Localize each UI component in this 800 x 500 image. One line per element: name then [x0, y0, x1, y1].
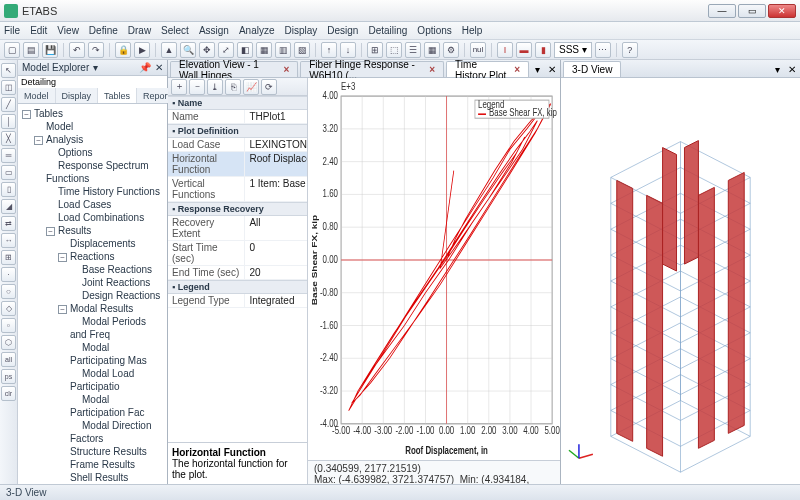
- draw-brace-icon[interactable]: ╳: [1, 131, 16, 146]
- doc-tab-elevation[interactable]: Elevation View - 1 Wall Hinges×: [170, 61, 298, 77]
- up-icon[interactable]: ↑: [321, 42, 337, 58]
- ibeam-icon[interactable]: I: [497, 42, 513, 58]
- tree-item[interactable]: Load Combinations: [58, 212, 144, 223]
- tree-item[interactable]: Modal Direction Factors: [70, 420, 151, 444]
- table-icon[interactable]: ▦: [424, 42, 440, 58]
- menu-options[interactable]: Options: [417, 25, 451, 36]
- doc-tab-fiber[interactable]: Fiber Hinge Response - W6H10 (...×: [300, 61, 444, 77]
- right-chevron-icon[interactable]: ▾: [771, 62, 784, 77]
- property-row[interactable]: NameTHPlot1: [168, 110, 307, 124]
- property-row[interactable]: Legend TypeIntegrated: [168, 294, 307, 308]
- right-close-icon[interactable]: ✕: [784, 62, 800, 77]
- copy-icon[interactable]: ⎘: [225, 79, 241, 95]
- extents-icon[interactable]: ⤢: [218, 42, 234, 58]
- tree-item[interactable]: Results: [58, 225, 91, 236]
- snap1-icon[interactable]: ·: [1, 267, 16, 282]
- menu-edit[interactable]: Edit: [30, 25, 47, 36]
- snap3-icon[interactable]: ◇: [1, 301, 16, 316]
- tree-item[interactable]: Reactions: [70, 251, 114, 262]
- menu-draw[interactable]: Draw: [128, 25, 151, 36]
- grid-icon[interactable]: ⊞: [367, 42, 383, 58]
- tree-item[interactable]: Modal Participating Mas: [70, 342, 147, 366]
- menu-design[interactable]: Design: [327, 25, 358, 36]
- menu-assign[interactable]: Assign: [199, 25, 229, 36]
- property-row[interactable]: Load CaseLEXINGTON: [168, 138, 307, 152]
- draw-beam-icon[interactable]: ╱: [1, 97, 16, 112]
- chart-icon[interactable]: 📈: [243, 79, 259, 95]
- export-icon[interactable]: ⤓: [207, 79, 223, 95]
- tab-close-icon[interactable]: ×: [429, 64, 435, 75]
- null-icon[interactable]: nul: [470, 42, 486, 58]
- tree-item[interactable]: Base Reactions: [82, 264, 152, 275]
- tree-item[interactable]: Modal Load Participatio: [70, 368, 134, 392]
- section-dropdown[interactable]: SSS ▾: [554, 42, 592, 58]
- tab-3dview[interactable]: 3-D View: [563, 61, 621, 77]
- tree-item[interactable]: Modal Results: [70, 303, 133, 314]
- options-icon[interactable]: ☰: [405, 42, 421, 58]
- viewxy-icon[interactable]: ▦: [256, 42, 272, 58]
- display-icon[interactable]: ⬚: [386, 42, 402, 58]
- draw-floor-icon[interactable]: ▭: [1, 165, 16, 180]
- down-icon[interactable]: ↓: [340, 42, 356, 58]
- delete-plot-icon[interactable]: －: [189, 79, 205, 95]
- lock-icon[interactable]: 🔒: [115, 42, 131, 58]
- property-grid[interactable]: ▪ NameNameTHPlot1▪ Plot DefinitionLoad C…: [168, 96, 307, 442]
- undo-icon[interactable]: ↶: [69, 42, 85, 58]
- select-tool-icon[interactable]: ↖: [1, 63, 16, 78]
- viewxz-icon[interactable]: ▥: [275, 42, 291, 58]
- tree-item[interactable]: Options: [58, 147, 92, 158]
- chart-area[interactable]: -5.00-4.00-3.00-2.00-1.000.001.002.003.0…: [308, 78, 560, 460]
- property-row[interactable]: Vertical Functions1 Item: Base Shear FX: [168, 177, 307, 202]
- property-row[interactable]: Horizontal FunctionRoof Displacement: [168, 152, 307, 177]
- pan-icon[interactable]: ✥: [199, 42, 215, 58]
- refresh-icon[interactable]: ⟳: [261, 79, 277, 95]
- open-icon[interactable]: ▤: [23, 42, 39, 58]
- prev-tool-icon[interactable]: ps: [1, 369, 16, 384]
- beam-icon[interactable]: ▬: [516, 42, 532, 58]
- property-row[interactable]: Recovery ExtentAll: [168, 216, 307, 241]
- tree-item[interactable]: Analysis: [46, 134, 83, 145]
- draw-link-icon[interactable]: ⇄: [1, 216, 16, 231]
- wall-icon[interactable]: ▮: [535, 42, 551, 58]
- tab-close-icon[interactable]: ×: [283, 64, 289, 75]
- help-icon[interactable]: ?: [622, 42, 638, 58]
- tree-item[interactable]: Load Cases: [58, 199, 111, 210]
- dim-icon[interactable]: ↔: [1, 233, 16, 248]
- tab-tables[interactable]: Tables: [98, 88, 137, 103]
- pin-icon[interactable]: 📌: [139, 62, 151, 73]
- snap4-icon[interactable]: ▫: [1, 318, 16, 333]
- menu-display[interactable]: Display: [285, 25, 318, 36]
- zoom-icon[interactable]: 🔍: [180, 42, 196, 58]
- menu-file[interactable]: File: [4, 25, 20, 36]
- run-icon[interactable]: ▶: [134, 42, 150, 58]
- save-icon[interactable]: 💾: [42, 42, 58, 58]
- property-row[interactable]: Start Time (sec)0: [168, 241, 307, 266]
- view3d-icon[interactable]: ◧: [237, 42, 253, 58]
- close-button[interactable]: ✕: [768, 4, 796, 18]
- close-panel-icon[interactable]: ✕: [155, 62, 163, 73]
- grid-tool-icon[interactable]: ⊞: [1, 250, 16, 265]
- minimize-button[interactable]: —: [708, 4, 736, 18]
- tree-item[interactable]: Shell Results: [70, 472, 128, 483]
- menu-help[interactable]: Help: [462, 25, 483, 36]
- pointer-icon[interactable]: ▲: [161, 42, 177, 58]
- menu-detailing[interactable]: Detailing: [368, 25, 407, 36]
- clear-tool-icon[interactable]: clr: [1, 386, 16, 401]
- menu-select[interactable]: Select: [161, 25, 189, 36]
- view-3d[interactable]: [561, 78, 800, 484]
- tree-item[interactable]: Joint Reactions: [82, 277, 150, 288]
- more-icon[interactable]: ⋯: [595, 42, 611, 58]
- gear-icon[interactable]: ⚙: [443, 42, 459, 58]
- menu-analyze[interactable]: Analyze: [239, 25, 275, 36]
- viewyz-icon[interactable]: ▧: [294, 42, 310, 58]
- tree-item[interactable]: Modal Periods and Freq: [70, 316, 146, 340]
- tree-item[interactable]: Frame Results: [70, 459, 135, 470]
- doc-close-icon[interactable]: ✕: [544, 62, 560, 77]
- tree-item[interactable]: Displacements: [70, 238, 136, 249]
- reshape-tool-icon[interactable]: ◫: [1, 80, 16, 95]
- chevron-down-icon[interactable]: ▾: [93, 62, 98, 73]
- new-plot-icon[interactable]: ＋: [171, 79, 187, 95]
- snap5-icon[interactable]: ⬡: [1, 335, 16, 350]
- tree-item[interactable]: Structure Results: [70, 446, 147, 457]
- draw-wall-icon[interactable]: ▯: [1, 182, 16, 197]
